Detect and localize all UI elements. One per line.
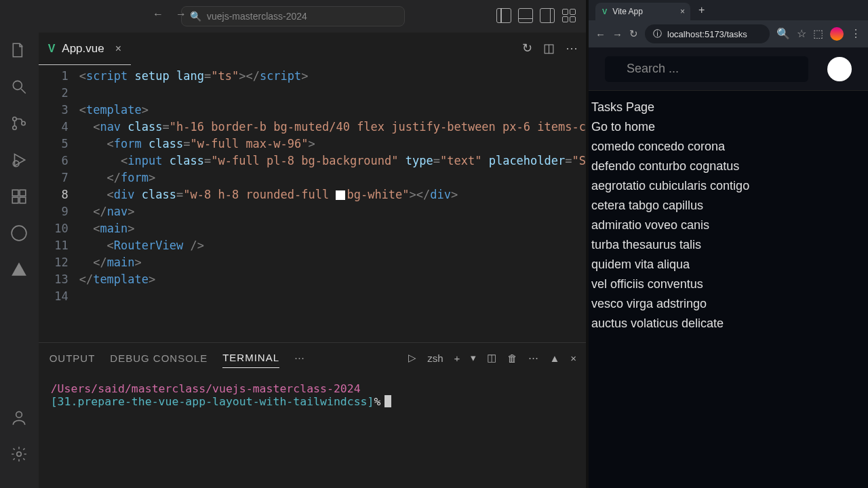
- site-info-icon[interactable]: ⓘ: [653, 28, 662, 40]
- svg-point-1: [13, 117, 16, 121]
- explorer-icon[interactable]: [9, 41, 28, 60]
- browser-tab-strip: V Vite App × +: [589, 0, 868, 20]
- svg-rect-8: [20, 197, 26, 203]
- page-search-input[interactable]: Search ...: [605, 56, 808, 82]
- browser-toolbar: ← → ↻ ⓘ localhost:5173/tasks 🔍 ☆ ⬚ ⋮: [589, 20, 868, 47]
- page-navbar: Search ...: [589, 47, 868, 91]
- vue-file-icon: V: [48, 43, 56, 55]
- page-search-placeholder: Search ...: [627, 60, 679, 78]
- task-item[interactable]: vesco virga adstringo: [589, 294, 868, 314]
- title-bar: ← → 🔍 vuejs-masterclass-2024: [0, 0, 586, 33]
- maximize-panel-icon[interactable]: ▲: [549, 352, 559, 364]
- terminal-dropdown-icon[interactable]: ▾: [471, 352, 476, 364]
- panel-tab-debug[interactable]: DEBUG CONSOLE: [110, 348, 208, 368]
- layout-left-icon[interactable]: [496, 8, 511, 23]
- terminal-cursor: [384, 395, 391, 407]
- svg-rect-5: [13, 190, 19, 196]
- svg-point-2: [13, 126, 16, 129]
- terminal-cwd: /Users/said/masterclass/vuejs-masterclas…: [51, 382, 361, 395]
- extensions-icon[interactable]: [9, 187, 28, 206]
- svg-point-9: [12, 226, 26, 241]
- search-icon: 🔍: [190, 11, 201, 22]
- address-bar[interactable]: ⓘ localhost:5173/tasks: [645, 24, 770, 43]
- command-center-text: vuejs-masterclass-2024: [207, 11, 307, 22]
- task-item[interactable]: quidem vita aliqua: [589, 255, 868, 274]
- terminal-body[interactable]: /Users/said/masterclass/vuejs-masterclas…: [39, 373, 586, 488]
- task-item[interactable]: aegrotatio cubicularis contigo: [589, 176, 868, 196]
- file-tab-name: App.vue: [62, 42, 104, 56]
- browser-forward-icon[interactable]: →: [612, 28, 623, 40]
- browser-back-icon[interactable]: ←: [595, 28, 606, 40]
- code-editor[interactable]: 1234567891011121314 <script setup lang="…: [39, 65, 586, 342]
- editor-tab-row: V App.vue × ↻ ◫ ⋯: [39, 33, 586, 65]
- accounts-icon[interactable]: [9, 408, 28, 427]
- kill-terminal-icon[interactable]: 🗑: [507, 352, 517, 364]
- new-terminal-icon[interactable]: +: [454, 352, 460, 364]
- more-actions-icon[interactable]: ⋯: [566, 41, 578, 56]
- terminal-branch: [31.prepare-the-vue-app-layout-with-tail…: [51, 395, 374, 408]
- panel-more-icon[interactable]: ⋯: [294, 348, 305, 368]
- editor-pane: ← → 🔍 vuejs-masterclass-2024: [0, 0, 586, 488]
- browser-tab-title: Vite App: [612, 7, 642, 16]
- svg-point-0: [14, 81, 22, 89]
- zoom-icon[interactable]: 🔍: [776, 27, 790, 41]
- timeline-icon[interactable]: ↻: [522, 41, 532, 56]
- bookmark-star-icon[interactable]: ☆: [797, 27, 806, 41]
- svg-rect-7: [13, 197, 19, 203]
- page-heading: Tasks Page: [589, 98, 868, 117]
- favicon-icon: V: [602, 7, 607, 16]
- close-panel-icon[interactable]: ×: [570, 352, 576, 364]
- task-item[interactable]: vel officiis conventus: [589, 274, 868, 294]
- terminal-more-icon[interactable]: ⋯: [528, 352, 538, 364]
- layout-grid-icon[interactable]: [561, 8, 576, 23]
- terminal-launch-icon[interactable]: ▷: [408, 352, 416, 364]
- browser-tab-vite-app[interactable]: V Vite App ×: [595, 3, 690, 20]
- panel-tab-terminal[interactable]: TERMINAL: [222, 348, 279, 368]
- svg-rect-6: [20, 190, 26, 196]
- browser-menu-icon[interactable]: ⋮: [850, 27, 861, 41]
- rendered-page: Search ... Tasks Page Go to home comedo …: [589, 47, 868, 488]
- brand-logo-icon[interactable]: [9, 260, 28, 279]
- layout-right-icon[interactable]: [540, 8, 555, 23]
- source-control-icon[interactable]: [9, 114, 28, 133]
- terminal-panel: OUTPUT DEBUG CONSOLE TERMINAL ⋯ ▷ zsh + …: [39, 342, 586, 488]
- address-url: localhost:5173/tasks: [667, 29, 747, 39]
- svg-point-10: [16, 411, 22, 418]
- close-browser-tab-icon[interactable]: ×: [680, 7, 685, 16]
- run-debug-icon[interactable]: [9, 150, 28, 169]
- layout-bottom-icon[interactable]: [518, 8, 533, 23]
- split-terminal-icon[interactable]: ◫: [487, 352, 496, 364]
- home-link[interactable]: Go to home: [589, 117, 868, 137]
- settings-gear-icon[interactable]: [9, 445, 28, 464]
- split-editor-icon[interactable]: ◫: [543, 41, 555, 56]
- new-browser-tab-icon[interactable]: +: [694, 4, 709, 16]
- extensions-puzzle-icon[interactable]: ⬚: [813, 27, 823, 41]
- task-item[interactable]: admiratio voveo canis: [589, 216, 868, 235]
- close-tab-icon[interactable]: ×: [115, 43, 121, 55]
- search-sidebar-icon[interactable]: [9, 77, 28, 96]
- command-center-search[interactable]: 🔍 vuejs-masterclass-2024: [181, 6, 405, 26]
- task-item[interactable]: defendo conturbo cognatus: [589, 157, 868, 176]
- activity-bar: [0, 33, 39, 488]
- browser-pane: V Vite App × + ← → ↻ ⓘ localhost:5173/ta…: [589, 0, 868, 488]
- page-avatar[interactable]: [827, 57, 852, 81]
- task-item[interactable]: comedo concedo corona: [589, 137, 868, 157]
- terminal-shell-name[interactable]: zsh: [427, 352, 443, 364]
- terminal-prompt-char: %: [374, 395, 380, 408]
- github-icon[interactable]: [9, 224, 28, 243]
- task-item[interactable]: turba thesaurus talis: [589, 235, 868, 255]
- task-item[interactable]: auctus volaticus delicate: [589, 314, 868, 333]
- nav-back-icon[interactable]: ←: [153, 8, 163, 20]
- svg-point-3: [22, 121, 25, 125]
- task-item[interactable]: cetera tabgo capillus: [589, 196, 868, 216]
- nav-forward-icon[interactable]: →: [176, 8, 186, 20]
- browser-reload-icon[interactable]: ↻: [629, 28, 638, 40]
- file-tab-app-vue[interactable]: V App.vue ×: [39, 33, 131, 65]
- panel-tab-output[interactable]: OUTPUT: [50, 348, 96, 368]
- profile-avatar-icon[interactable]: [830, 27, 844, 41]
- svg-point-11: [17, 452, 22, 457]
